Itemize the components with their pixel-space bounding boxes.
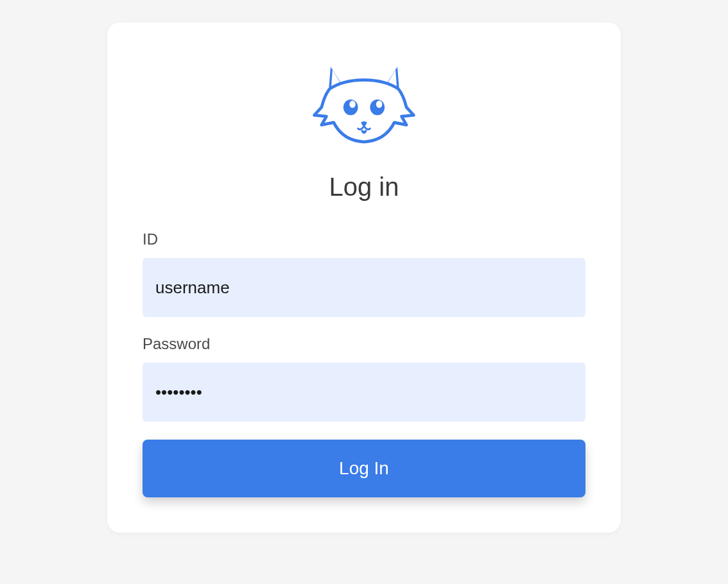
login-button[interactable]: Log In (143, 440, 585, 497)
logo-container (143, 61, 585, 150)
login-form: ID Password Log In (143, 230, 585, 497)
svg-point-1 (349, 101, 355, 108)
id-label: ID (143, 230, 585, 248)
svg-point-3 (376, 101, 382, 108)
cat-logo-icon (309, 61, 419, 150)
password-input[interactable] (143, 363, 585, 422)
password-label: Password (143, 335, 585, 353)
id-input[interactable] (143, 258, 585, 317)
login-card: Log in ID Password Log In (107, 22, 621, 533)
login-heading: Log in (143, 173, 585, 202)
